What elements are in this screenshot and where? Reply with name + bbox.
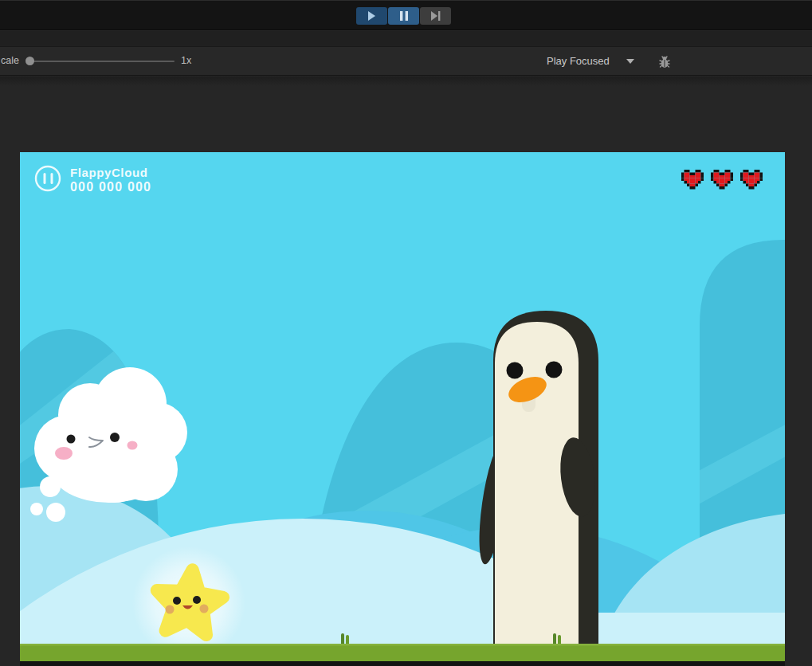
scale-label: cale <box>1 47 19 75</box>
pause-icon <box>400 11 408 21</box>
scale-slider[interactable] <box>25 47 175 75</box>
bug-icon <box>657 54 672 69</box>
hud-game-title: FlappyCloud <box>70 166 147 179</box>
editor-topbar <box>0 0 812 30</box>
unity-editor-window: cale 1x Play Focused <box>0 0 812 666</box>
step-icon <box>431 11 441 21</box>
game-view-bottom-shadow <box>20 661 785 666</box>
scale-value: 1x <box>181 47 191 75</box>
play-focused-dropdown-label: Play Focused <box>547 55 610 67</box>
game-view-toolbar: cale 1x Play Focused <box>0 46 812 76</box>
panel-header-strip <box>0 31 812 46</box>
play-icon <box>367 11 376 21</box>
debug-button[interactable] <box>654 51 675 72</box>
play-mode-controls <box>356 7 451 25</box>
step-button[interactable] <box>420 7 451 25</box>
chevron-down-icon <box>626 59 634 64</box>
play-button[interactable] <box>356 7 387 25</box>
play-focused-dropdown[interactable]: Play Focused <box>547 47 634 75</box>
game-viewport[interactable]: FlappyCloud 000 000 000 <box>20 152 785 661</box>
scale-slider-track[interactable] <box>30 61 175 62</box>
hearts <box>681 170 763 190</box>
hud-score: 000 000 000 <box>70 180 151 194</box>
scale-slider-knob[interactable] <box>25 57 34 65</box>
game-scene: FlappyCloud 000 000 000 <box>20 152 785 661</box>
pause-button[interactable] <box>388 7 419 25</box>
